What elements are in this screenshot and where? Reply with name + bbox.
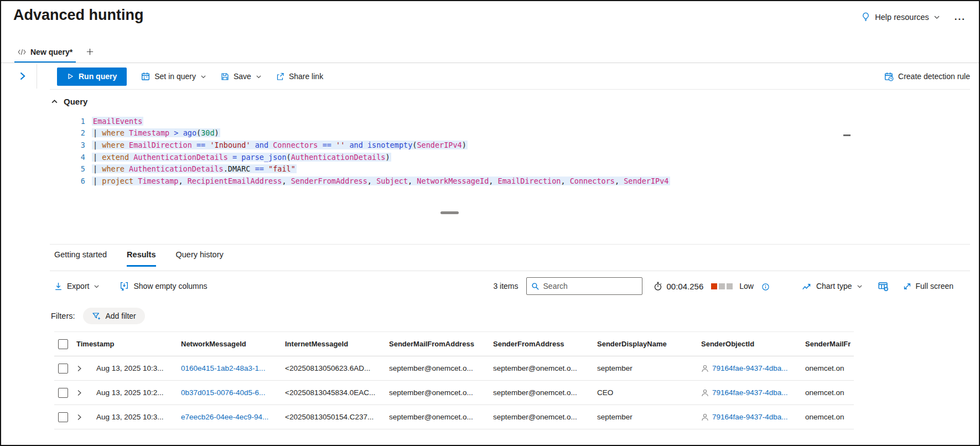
code-text[interactable]: | where EmailDirection == 'Inbound' and … <box>92 141 468 149</box>
column-header-sender-display-name[interactable]: SenderDisplayName <box>597 340 701 348</box>
code-text[interactable]: | where Timestamp > ago(30d) <box>92 128 220 137</box>
column-header-sender-object-id[interactable]: SenderObjectId <box>701 340 805 348</box>
query-tabstrip: New query* <box>14 42 94 63</box>
chevron-down-icon <box>857 283 863 289</box>
row-checkbox-cell <box>54 364 76 374</box>
items-count: 3 items <box>493 282 518 291</box>
sender-object-id-link[interactable]: 79164fae-9437-4dba... <box>712 364 788 372</box>
cell-sender-from-address: september@onemcet.o... <box>493 388 597 397</box>
cell-sender-mail-from-address: september@onemcet.o... <box>389 413 493 421</box>
cell-timestamp: Aug 13, 2025 10:2... <box>96 388 181 397</box>
column-header-sender-mail-fr[interactable]: SenderMailFr <box>805 340 854 348</box>
person-icon <box>701 389 709 397</box>
search-input[interactable] <box>543 282 637 291</box>
help-resources-button[interactable]: Help resources <box>861 12 940 22</box>
share-link-button[interactable]: Share link <box>276 72 323 81</box>
column-header-sender-from-address[interactable]: SenderFromAddress <box>493 340 597 348</box>
tab-new-query-label: New query* <box>30 48 72 56</box>
row-expander[interactable] <box>76 414 96 421</box>
chevron-down-icon <box>94 283 100 289</box>
share-icon <box>276 72 284 81</box>
cell-sender-object-id[interactable]: 79164fae-9437-4dba... <box>701 364 805 372</box>
expand-query-pane-button[interactable] <box>18 71 27 81</box>
full-screen-button[interactable]: Full screen <box>903 282 953 291</box>
cell-sender-mail-fr: onemcet.on <box>805 364 854 372</box>
tab-query-history[interactable]: Query history <box>176 250 224 267</box>
row-checkbox[interactable] <box>58 364 68 374</box>
select-all-cell <box>54 339 76 349</box>
sender-object-id-link[interactable]: 79164fae-9437-4dba... <box>712 413 788 421</box>
column-header-internet-message-id[interactable]: InternetMessageId <box>285 340 389 348</box>
command-toolbar: Run query Set in query Save Share lin <box>50 64 970 90</box>
tab-results[interactable]: Results <box>127 250 155 267</box>
chevron-down-icon <box>934 14 940 20</box>
cell-network-message-id[interactable]: 0160e415-1ab2-48a3-1... <box>181 364 285 372</box>
code-text[interactable]: EmailEvents <box>92 117 143 126</box>
query-section-toggle[interactable]: Query <box>51 97 87 106</box>
row-expander[interactable] <box>76 390 96 396</box>
show-empty-columns-button[interactable]: Show empty columns <box>120 282 207 291</box>
column-header-sender-mail-from-address[interactable]: SenderMailFromAddress <box>389 340 493 348</box>
query-code[interactable]: 1EmailEvents2| where Timestamp > ago(30d… <box>50 115 957 187</box>
add-tab-button[interactable] <box>86 48 94 58</box>
cell-sender-mail-fr: onemcet.on <box>805 388 854 397</box>
filters-label: Filters: <box>51 312 75 320</box>
table-row[interactable]: Aug 13, 2025 10:3...e7eecb26-04ee-4ec9-9… <box>54 405 854 429</box>
cell-sender-object-id[interactable]: 79164fae-9437-4dba... <box>701 413 805 421</box>
set-in-query-button[interactable]: Set in query <box>141 72 206 81</box>
cell-sender-object-id[interactable]: 79164fae-9437-4dba... <box>701 388 805 397</box>
set-in-query-label: Set in query <box>154 72 196 81</box>
tab-getting-started[interactable]: Getting started <box>54 250 107 267</box>
info-icon[interactable] <box>761 283 770 291</box>
row-expander[interactable] <box>76 365 96 372</box>
row-checkbox[interactable] <box>58 412 68 422</box>
run-query-button[interactable]: Run query <box>57 68 127 86</box>
create-detection-rule-button[interactable]: Create detection rule <box>884 72 970 81</box>
expand-arrows-icon <box>903 282 911 291</box>
cell-sender-display-name: september <box>597 413 701 421</box>
cell-sender-from-address: september@onemcet.o... <box>493 413 597 421</box>
code-line[interactable]: 6| project Timestamp, RecipientEmailAddr… <box>50 175 957 187</box>
more-options-button[interactable]: ... <box>955 14 966 20</box>
save-icon <box>221 72 229 81</box>
export-button[interactable]: Export <box>54 282 100 291</box>
chevron-right-icon <box>76 390 82 396</box>
code-text[interactable]: | where AuthenticationDetails.DMARC == "… <box>92 164 297 173</box>
panel-splitter-handle[interactable] <box>440 211 459 214</box>
add-filter-button[interactable]: Add filter <box>83 308 145 324</box>
table-row[interactable]: Aug 13, 2025 10:2...0b37d015-0076-40d5-6… <box>54 381 854 405</box>
customize-columns-button[interactable] <box>878 282 889 291</box>
tab-new-query[interactable]: New query* <box>14 42 76 63</box>
table-row[interactable]: Aug 13, 2025 10:3...0160e415-1ab2-48a3-1… <box>54 356 854 381</box>
cell-network-message-id[interactable]: 0b37d015-0076-40d5-6... <box>181 388 285 397</box>
download-icon <box>54 282 63 291</box>
code-line[interactable]: 5| where AuthenticationDetails.DMARC == … <box>50 163 957 175</box>
query-performance: 00:04.256 Low <box>654 282 770 291</box>
run-query-label: Run query <box>79 72 117 81</box>
code-text[interactable]: | extend AuthenticationDetails = parse_j… <box>92 153 391 162</box>
code-line[interactable]: 2| where Timestamp > ago(30d) <box>50 127 957 139</box>
row-checkbox-cell <box>54 388 76 398</box>
line-number: 4 <box>50 153 85 162</box>
cell-timestamp: Aug 13, 2025 10:3... <box>96 413 181 421</box>
column-header-timestamp[interactable]: Timestamp <box>76 340 181 348</box>
line-number: 5 <box>50 164 85 173</box>
code-line[interactable]: 4| extend AuthenticationDetails = parse_… <box>50 151 957 163</box>
advanced-hunting-window: Advanced hunting Help resources ... New … <box>0 0 980 446</box>
row-checkbox[interactable] <box>58 388 68 398</box>
usage-square <box>719 283 725 289</box>
code-text[interactable]: | project Timestamp, RecipientEmailAddre… <box>92 177 670 185</box>
chart-type-button[interactable]: Chart type <box>802 282 863 291</box>
filters-row: Filters: Add filter <box>51 308 145 324</box>
save-button[interactable]: Save <box>221 72 262 81</box>
select-all-checkbox[interactable] <box>58 339 68 349</box>
chart-type-icon <box>802 282 812 291</box>
cell-network-message-id[interactable]: e7eecb26-04ee-4ec9-94... <box>181 413 285 421</box>
column-header-network-message-id[interactable]: NetworkMessageId <box>181 340 285 348</box>
sender-object-id-link[interactable]: 79164fae-9437-4dba... <box>712 388 788 397</box>
code-line[interactable]: 3| where EmailDirection == 'Inbound' and… <box>50 139 957 151</box>
share-link-label: Share link <box>289 72 323 81</box>
code-line[interactable]: 1EmailEvents <box>50 115 957 127</box>
usage-square <box>727 283 733 289</box>
cell-sender-display-name: CEO <box>597 388 701 397</box>
